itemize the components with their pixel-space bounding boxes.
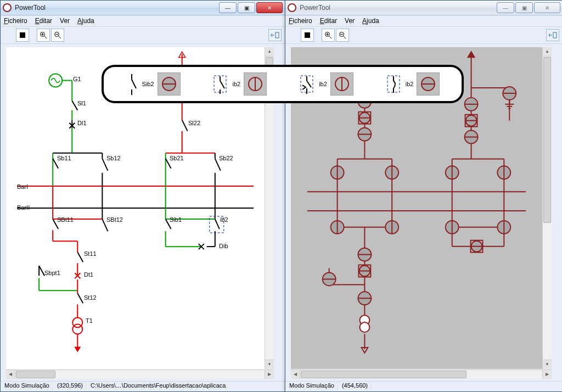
palette-item-label: ib2 — [232, 81, 240, 87]
toolbar — [1, 27, 285, 44]
label-T1: T1 — [86, 317, 93, 324]
menu-file[interactable]: Ficheiro — [289, 17, 312, 25]
svg-point-67 — [72, 324, 82, 334]
menu-help[interactable]: Ajuda — [77, 17, 94, 25]
dock-icon — [548, 32, 557, 38]
dock-icon — [271, 32, 279, 38]
symbol-palette[interactable]: Sib2 ib2 ib2 — [102, 65, 464, 103]
palette-item-4[interactable]: ib2 — [386, 72, 440, 96]
switch-open-icon — [125, 73, 138, 95]
menu-view[interactable]: Ver — [60, 17, 70, 25]
svg-rect-7 — [276, 32, 279, 38]
window-title: PowerTool — [15, 4, 219, 12]
svg-line-135 — [307, 81, 311, 87]
titlebar[interactable]: PowerTool — ▣ ✕ — [285, 1, 562, 15]
stop-icon — [305, 32, 310, 38]
svg-line-12 — [182, 120, 188, 131]
svg-line-75 — [344, 36, 346, 39]
dock-button[interactable] — [268, 29, 282, 41]
maximize-button[interactable]: ▣ — [515, 2, 533, 13]
switch-selected-icon — [212, 73, 229, 95]
stop-button[interactable] — [301, 29, 314, 42]
status-coord: (320,596) — [53, 382, 87, 391]
minimize-button[interactable]: — — [219, 2, 237, 13]
scroll-thumb[interactable] — [543, 57, 551, 223]
svg-line-1 — [44, 36, 47, 39]
close-button[interactable]: ✕ — [256, 2, 283, 13]
label-BarI: BarI — [17, 183, 28, 190]
maximize-button[interactable]: ▣ — [238, 2, 255, 13]
menu-help[interactable]: Ajuda — [362, 17, 379, 25]
stop-icon — [20, 32, 25, 38]
svg-line-71 — [329, 36, 332, 39]
status-path: C:\Users\…\Documents\Feup\dissertacao\ap… — [87, 382, 285, 391]
menu-edit[interactable]: Editar — [35, 17, 52, 25]
zoom-in-icon — [40, 31, 47, 39]
label-Sb12: Sb12 — [106, 155, 121, 161]
palette-item-1[interactable]: Sib2 — [125, 72, 180, 96]
app-window-left: PowerTool — ▣ ✕ Ficheiro Editar Ver Ajud… — [0, 0, 285, 392]
switch-closed-selected-icon — [386, 73, 402, 95]
status-empty — [372, 382, 562, 391]
label-Sl1: Sl1 — [77, 100, 86, 107]
svg-line-52 — [215, 219, 220, 229]
close-button[interactable]: ✕ — [534, 2, 560, 13]
window-title: PowerTool — [300, 4, 497, 12]
minimize-button[interactable]: — — [497, 2, 514, 13]
palette-swatch — [417, 72, 440, 96]
label-Sbpt1: Sbpt1 — [44, 270, 60, 276]
statusbar: Modo Simulação (454,560) — [285, 381, 562, 391]
menu-edit[interactable]: Editar — [320, 17, 337, 25]
dock-button[interactable] — [546, 29, 559, 41]
palette-item-2[interactable]: ib2 — [212, 72, 267, 96]
label-Sib1: Sib1 — [170, 216, 182, 223]
horizontal-scrollbar[interactable] — [291, 369, 552, 379]
palette-item-label: ib2 — [319, 81, 327, 87]
label-Sb22: Sb22 — [219, 155, 233, 161]
zoom-in-button[interactable] — [37, 29, 50, 42]
label-G1: G1 — [73, 76, 81, 82]
label-Dt1: Dt1 — [84, 271, 93, 278]
status-mode: Modo Simulação — [1, 382, 53, 391]
palette-item-label: Sib2 — [142, 81, 154, 87]
label-Dib: Dib — [219, 243, 228, 249]
menu-view[interactable]: Ver — [345, 17, 355, 25]
menubar: Ficheiro Editar Ver Ajuda — [1, 15, 285, 27]
label-BarII: BarII — [17, 204, 30, 211]
svg-line-64 — [77, 293, 83, 303]
svg-rect-77 — [553, 32, 557, 38]
palette-swatch — [158, 72, 181, 96]
zoom-out-button[interactable] — [51, 29, 64, 42]
label-Sb11: Sb11 — [57, 155, 71, 161]
menu-file[interactable]: Ficheiro — [4, 17, 27, 25]
svg-line-61 — [39, 266, 44, 276]
status-mode: Modo Simulação — [285, 382, 338, 391]
palette-swatch — [244, 72, 267, 96]
zoom-in-button[interactable] — [322, 29, 335, 42]
label-St12: St12 — [84, 294, 97, 301]
vertical-scrollbar[interactable] — [542, 47, 552, 369]
titlebar[interactable]: PowerTool — ▣ ✕ — [1, 1, 285, 15]
stop-button[interactable] — [16, 29, 29, 42]
scroll-thumb[interactable] — [301, 371, 467, 378]
svg-point-121 — [359, 322, 369, 332]
palette-item-3[interactable]: ib2 — [299, 72, 353, 96]
svg-line-129 — [220, 81, 224, 88]
svg-line-5 — [59, 36, 61, 39]
zoom-out-icon — [54, 31, 61, 39]
palette-swatch — [330, 72, 353, 96]
svg-line-55 — [77, 252, 83, 262]
horizontal-scrollbar[interactable] — [6, 369, 274, 379]
toolbar — [285, 27, 562, 44]
menubar: Ficheiro Editar Ver Ajuda — [285, 15, 562, 27]
zoom-out-button[interactable] — [336, 29, 349, 42]
svg-line-123 — [132, 80, 136, 88]
zoom-out-icon — [339, 31, 346, 39]
app-icon — [3, 3, 12, 12]
status-coord: (454,560) — [338, 382, 372, 391]
app-icon — [288, 3, 296, 12]
label-SBt11: SBt11 — [57, 216, 74, 223]
window-buttons: — ▣ ✕ — [219, 2, 283, 13]
scroll-thumb[interactable] — [16, 371, 55, 378]
label-Sl22: Sl22 — [188, 120, 200, 126]
